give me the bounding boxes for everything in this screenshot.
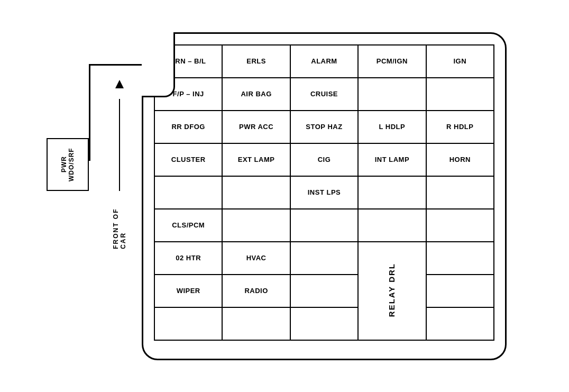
fuse-cell-r9c1 [154, 307, 222, 340]
fuse-cell-r3c4: L HDLP [358, 111, 426, 143]
fuse-cell-r2c4 [358, 78, 426, 111]
fuse-cell-r1c5: IGN [426, 45, 494, 78]
fuse-cell-r6c4 [358, 209, 426, 242]
connector-vertical [89, 64, 90, 161]
fuse-cell-r5c4 [358, 176, 426, 209]
fuse-cell-r2c1: F/P – INJ [154, 78, 222, 111]
fuse-cell-r7c5 [426, 242, 494, 275]
fuse-cell-r1c4: PCM/IGN [358, 45, 426, 78]
fuse-box: TRN – B/L ERLS ALARM PCM/IGN IGN F/P – I… [142, 32, 507, 360]
fuse-cell-r9c5 [426, 307, 494, 340]
fuse-cell-r8c3 [290, 275, 358, 307]
table-row: RR DFOG PWR ACC STOP HAZ L HDLP R HDLP [154, 111, 494, 143]
fuse-cell-r5c1 [154, 176, 222, 209]
fuse-cell-r4c4: INT LAMP [358, 143, 426, 176]
fuse-cell-r2c5 [426, 78, 494, 111]
fuse-cell-r5c3: INST LPS [290, 176, 358, 209]
side-label-box: PWR WDO/SRF [47, 138, 89, 191]
table-row: WIPER RADIO [154, 275, 494, 307]
fuse-cell-r2c3: CRUISE [290, 78, 358, 111]
relay-text: RELAY DRL [387, 263, 397, 317]
table-row [154, 307, 494, 340]
table-row: TRN – B/L ERLS ALARM PCM/IGN IGN [154, 45, 494, 78]
relay-cell: RELAY DRL [358, 242, 426, 340]
fuse-cell-r4c2: EXT LAMP [222, 143, 290, 176]
arrow-head-icon [115, 80, 124, 88]
side-label-text: PWR WDO/SRF [60, 139, 75, 190]
fuse-table: TRN – B/L ERLS ALARM PCM/IGN IGN F/P – I… [154, 44, 494, 341]
fuse-cell-r2c2: AIR BAG [222, 78, 290, 111]
fuse-cell-r4c1: CLUSTER [154, 143, 222, 176]
fuse-cell-r8c2: RADIO [222, 275, 290, 307]
fuse-cell-r1c1: TRN – B/L [154, 45, 222, 78]
fuse-cell-r3c5: R HDLP [426, 111, 494, 143]
front-label: FRONT OF CAR [115, 80, 124, 249]
fuse-cell-r6c1: CLS/PCM [154, 209, 222, 242]
fuse-cell-r3c2: PWR ACC [222, 111, 290, 143]
table-row: 02 HTR HVAC RELAY DRL [154, 242, 494, 275]
fuse-cell-r4c5: HORN [426, 143, 494, 176]
fuse-cell-r1c3: ALARM [290, 45, 358, 78]
fuse-cell-r7c2: HVAC [222, 242, 290, 275]
connector-top [89, 64, 144, 66]
fuse-cell-r3c3: STOP HAZ [290, 111, 358, 143]
fuse-cell-r7c3 [290, 242, 358, 275]
fuse-cell-r5c5 [426, 176, 494, 209]
fuse-cell-r9c3 [290, 307, 358, 340]
fuse-cell-r6c5 [426, 209, 494, 242]
fuse-cell-r1c2: ERLS [222, 45, 290, 78]
fuse-cell-r4c3: CIG [290, 143, 358, 176]
fuse-cell-r6c3 [290, 209, 358, 242]
front-of-car-text: FRONT OF CAR [112, 196, 127, 249]
table-row: CLUSTER EXT LAMP CIG INT LAMP HORN [154, 143, 494, 176]
fuse-cell-r8c5 [426, 275, 494, 307]
arrow-line [119, 99, 120, 191]
fuse-cell-r8c1: WIPER [154, 275, 222, 307]
fuse-cell-r5c2 [222, 176, 290, 209]
table-row: INST LPS [154, 176, 494, 209]
diagram-container: PWR WDO/SRF FRONT OF CAR TRN – B/L ERLS … [47, 16, 522, 376]
fuse-cell-r3c1: RR DFOG [154, 111, 222, 143]
fuse-cell-r7c1: 02 HTR [154, 242, 222, 275]
fuse-cell-r9c2 [222, 307, 290, 340]
fuse-cell-r6c2 [222, 209, 290, 242]
table-row: CLS/PCM [154, 209, 494, 242]
table-row: F/P – INJ AIR BAG CRUISE [154, 78, 494, 111]
